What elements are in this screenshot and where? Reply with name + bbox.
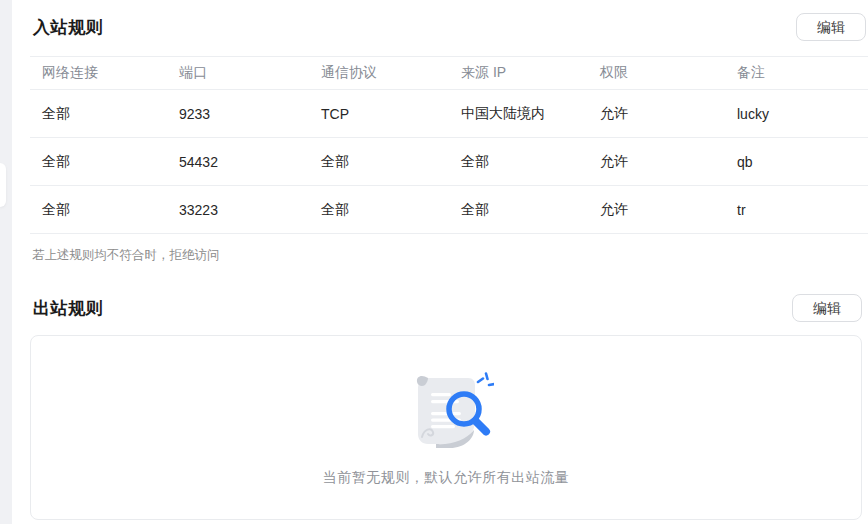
cell-network: 全部 (30, 105, 167, 123)
table-row: 全部 9233 TCP 中国大陆境内 允许 lucky (30, 90, 868, 138)
cell-remark: qb (725, 154, 868, 170)
col-header-network: 网络连接 (30, 64, 167, 82)
inbound-rules-table: 网络连接 端口 通信协议 来源 IP 权限 备注 全部 9233 TCP 中国大… (30, 56, 868, 234)
firewall-rules-page: 入站规则 编辑 网络连接 端口 通信协议 来源 IP 权限 备注 全部 9233… (0, 0, 868, 524)
outbound-section-header: 出站规则 编辑 (12, 264, 868, 322)
col-header-port: 端口 (167, 64, 309, 82)
cell-permission: 允许 (588, 153, 725, 171)
inbound-section-header: 入站规则 编辑 (12, 0, 868, 41)
cell-protocol: TCP (309, 106, 449, 122)
cell-protocol: 全部 (309, 201, 449, 219)
inbound-edit-button[interactable]: 编辑 (796, 13, 866, 41)
document-search-icon (398, 371, 494, 455)
cell-network: 全部 (30, 201, 167, 219)
cell-permission: 允许 (588, 105, 725, 123)
cell-permission: 允许 (588, 201, 725, 219)
inbound-fallback-note: 若上述规则均不符合时，拒绝访问 (12, 234, 868, 264)
inbound-title: 入站规则 (33, 14, 103, 41)
col-header-remark: 备注 (725, 64, 868, 82)
cell-protocol: 全部 (309, 153, 449, 171)
outbound-title: 出站规则 (33, 295, 103, 322)
col-header-permission: 权限 (588, 64, 725, 82)
cell-network: 全部 (30, 153, 167, 171)
table-header-row: 网络连接 端口 通信协议 来源 IP 权限 备注 (30, 57, 868, 90)
cell-remark: lucky (725, 106, 868, 122)
outbound-edit-button[interactable]: 编辑 (792, 294, 862, 322)
drawer-handle[interactable] (0, 163, 6, 207)
outbound-empty-text: 当前暂无规则，默认允许所有出站流量 (323, 469, 570, 487)
col-header-source-ip: 来源 IP (449, 64, 588, 82)
cell-port: 54432 (167, 154, 309, 170)
table-row: 全部 54432 全部 全部 允许 qb (30, 138, 868, 186)
left-panel-edge (0, 0, 12, 524)
outbound-empty-state: 当前暂无规则，默认允许所有出站流量 (30, 335, 862, 520)
cell-source-ip: 全部 (449, 153, 588, 171)
main-content: 入站规则 编辑 网络连接 端口 通信协议 来源 IP 权限 备注 全部 9233… (12, 0, 868, 524)
cell-remark: tr (725, 202, 868, 218)
col-header-protocol: 通信协议 (309, 64, 449, 82)
cell-source-ip: 中国大陆境内 (449, 105, 588, 123)
cell-port: 33223 (167, 202, 309, 218)
cell-source-ip: 全部 (449, 201, 588, 219)
cell-port: 9233 (167, 106, 309, 122)
table-row: 全部 33223 全部 全部 允许 tr (30, 186, 868, 234)
